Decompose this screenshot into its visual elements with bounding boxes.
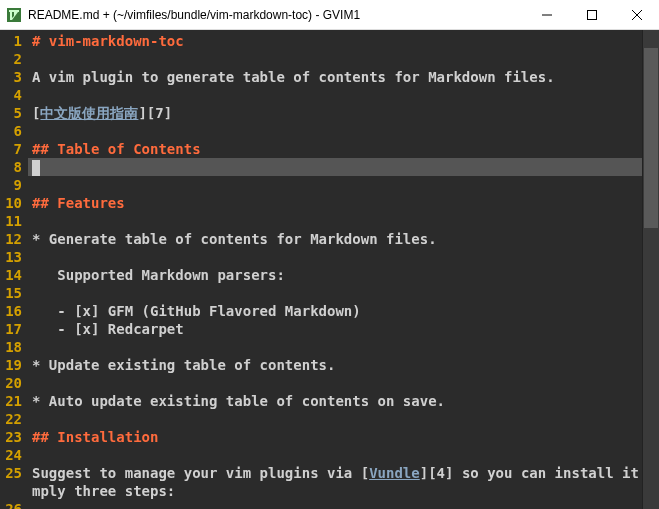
editor-line[interactable]: Suggest to manage your vim plugins via [… [28, 464, 659, 482]
editor-line[interactable]: [中文版使用指南][7] [28, 104, 659, 122]
line-number: 23 [4, 428, 22, 446]
window-titlebar: README.md + (~/vimfiles/bundle/vim-markd… [0, 0, 659, 30]
editor-line[interactable]: mply three steps: [28, 482, 659, 500]
editor-line[interactable]: ## Table of Contents [28, 140, 659, 158]
window-controls [524, 0, 659, 29]
markdown-link[interactable]: Vundle [369, 465, 420, 481]
editor-line[interactable]: - [x] GFM (GitHub Flavored Markdown) [28, 302, 659, 320]
line-number: 12 [4, 230, 22, 248]
line-number: 16 [4, 302, 22, 320]
editor-line[interactable]: * Auto update existing table of contents… [28, 392, 659, 410]
editor-line[interactable]: ## Features [28, 194, 659, 212]
line-number-gutter: 1234567891011121314151617181920212223242… [0, 30, 28, 509]
editor-line[interactable] [28, 374, 659, 392]
editor-line[interactable] [28, 212, 659, 230]
editor-line[interactable]: * Update existing table of contents. [28, 356, 659, 374]
editor-line[interactable] [28, 122, 659, 140]
line-number: 25 [4, 464, 22, 482]
editor-area[interactable]: 1234567891011121314151617181920212223242… [0, 30, 659, 509]
maximize-button[interactable] [569, 0, 614, 29]
editor-line[interactable]: Supported Markdown parsers: [28, 266, 659, 284]
editor-line[interactable] [28, 158, 659, 176]
editor-line[interactable] [28, 50, 659, 68]
editor-line[interactable] [28, 338, 659, 356]
editor-content[interactable]: # vim-markdown-tocA vim plugin to genera… [28, 30, 659, 509]
editor-line[interactable] [28, 500, 659, 509]
editor-line[interactable] [28, 86, 659, 104]
line-number: 5 [4, 104, 22, 122]
line-number: 7 [4, 140, 22, 158]
minimize-button[interactable] [524, 0, 569, 29]
editor-line[interactable]: A vim plugin to generate table of conten… [28, 68, 659, 86]
line-number: 19 [4, 356, 22, 374]
line-number: 10 [4, 194, 22, 212]
line-number: 24 [4, 446, 22, 464]
markdown-link[interactable]: 中文版使用指南 [40, 105, 138, 121]
line-number: 26 [4, 500, 22, 509]
line-number: 11 [4, 212, 22, 230]
line-number: 2 [4, 50, 22, 68]
editor-line[interactable] [28, 446, 659, 464]
editor-line[interactable]: - [x] Redcarpet [28, 320, 659, 338]
line-number: 20 [4, 374, 22, 392]
svg-rect-2 [587, 10, 596, 19]
close-button[interactable] [614, 0, 659, 29]
editor-line[interactable]: # vim-markdown-toc [28, 32, 659, 50]
line-number: 1 [4, 32, 22, 50]
line-number [4, 482, 22, 500]
line-number: 3 [4, 68, 22, 86]
vertical-scrollbar[interactable] [642, 30, 659, 509]
editor-line[interactable]: * Generate table of contents for Markdow… [28, 230, 659, 248]
editor-line[interactable]: ## Installation [28, 428, 659, 446]
editor-line[interactable] [28, 248, 659, 266]
line-number: 17 [4, 320, 22, 338]
editor-line[interactable] [28, 410, 659, 428]
line-number: 8 [4, 158, 22, 176]
text-cursor [32, 160, 40, 176]
line-number: 21 [4, 392, 22, 410]
scrollbar-thumb[interactable] [644, 48, 658, 228]
window-title: README.md + (~/vimfiles/bundle/vim-markd… [28, 8, 524, 22]
line-number: 14 [4, 266, 22, 284]
line-number: 6 [4, 122, 22, 140]
editor-line[interactable] [28, 284, 659, 302]
line-number: 18 [4, 338, 22, 356]
line-number: 22 [4, 410, 22, 428]
gvim-icon [6, 7, 22, 23]
line-number: 13 [4, 248, 22, 266]
line-number: 4 [4, 86, 22, 104]
line-number: 15 [4, 284, 22, 302]
editor-line[interactable] [28, 176, 659, 194]
line-number: 9 [4, 176, 22, 194]
